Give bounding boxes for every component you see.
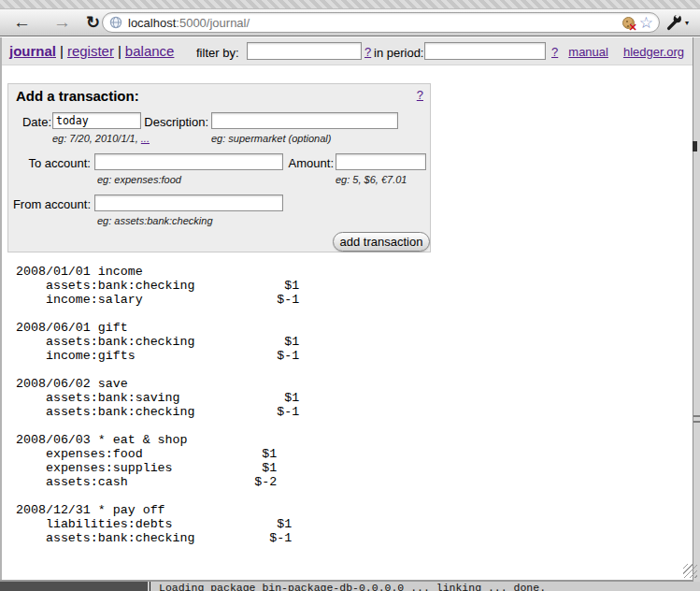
amount-label: Amount: <box>259 156 334 170</box>
amount-input[interactable] <box>336 153 426 170</box>
hledger-org-link[interactable]: hledger.org <box>623 45 684 59</box>
hledger-navbar: journal|register|balance filter by: ? in… <box>2 37 693 65</box>
external-links: manualhledger.org <box>553 45 684 59</box>
resize-grip[interactable] <box>683 564 697 578</box>
view-links: journal|register|balance <box>9 43 174 59</box>
to-account-hint: eg: expenses:food <box>97 174 181 185</box>
bookmark-star-icon[interactable]: ☆ <box>639 15 653 31</box>
date-hint-more-link[interactable]: ... <box>141 133 150 144</box>
globe-icon <box>109 16 122 29</box>
panel-title: Add a transaction: <box>16 88 139 104</box>
background-window-fragment <box>693 415 700 417</box>
background-terminal-text: Loading package bin-package-db-0.0.0.0 .… <box>159 582 546 591</box>
wrench-icon <box>664 13 683 32</box>
back-button[interactable]: ← <box>13 9 31 36</box>
from-account-input[interactable] <box>94 195 283 211</box>
background-window-fragment <box>693 141 697 151</box>
url-host: localhost <box>128 16 176 30</box>
url-path: :5000/journal/ <box>176 16 250 30</box>
in-period-label: in period: <box>374 46 423 60</box>
add-transaction-button[interactable]: add transaction <box>333 232 430 252</box>
date-label: Date: <box>16 115 51 129</box>
date-input[interactable] <box>52 112 141 129</box>
to-account-input[interactable] <box>94 153 283 170</box>
filter-by-label: filter by: <box>196 46 239 60</box>
browser-toolbar: ← → ↻ localhost:5000/journal/ ✕ ☆ ▾ <box>0 9 700 36</box>
menu-caret-icon: ▾ <box>685 19 689 27</box>
manual-link[interactable]: manual <box>568 45 608 59</box>
nav-separator: | <box>56 43 67 59</box>
address-bar[interactable]: localhost:5000/journal/ ✕ ☆ <box>102 12 660 33</box>
panel-help-link[interactable]: ? <box>417 88 423 102</box>
browser-menu-button[interactable]: ▾ <box>664 11 689 34</box>
nav-link-balance[interactable]: balance <box>125 43 175 59</box>
description-label: Description: <box>130 115 208 129</box>
window-border-right <box>693 37 700 582</box>
period-input[interactable] <box>424 42 546 60</box>
date-hint-text: eg: 7/20, 2010/1/1, <box>52 133 141 144</box>
url-text[interactable]: localhost:5000/journal/ <box>128 16 622 30</box>
background-terminal-border <box>150 582 150 591</box>
nav-link-journal[interactable]: journal <box>9 43 56 59</box>
journal-text: 2008/01/01 income assets:bank:checking $… <box>16 265 299 545</box>
description-hint: eg: supermarket (optional) <box>211 133 331 144</box>
amount-hint: eg: 5, $6, €7.01 <box>336 174 407 185</box>
forward-button[interactable]: → <box>53 9 71 36</box>
date-hint: eg: 7/20, 2010/1/1, ... <box>52 133 150 144</box>
cookie-blocked-x-mark: ✕ <box>629 22 637 33</box>
nav-separator: | <box>114 43 125 59</box>
background-window-fragment <box>693 421 700 423</box>
nav-link-register[interactable]: register <box>67 43 114 59</box>
to-account-label: To account: <box>8 156 91 170</box>
background-terminal-window: Loading package bin-package-db-0.0.0.0 .… <box>0 582 700 591</box>
add-transaction-panel: Add a transaction: ? Date: Description: … <box>7 83 431 252</box>
cookie-crumb <box>626 21 628 22</box>
window-border-left <box>0 37 2 581</box>
reload-button[interactable]: ↻ <box>86 9 100 36</box>
filter-input[interactable] <box>247 42 362 60</box>
from-account-hint: eg: assets:bank:checking <box>97 215 213 226</box>
description-input[interactable] <box>211 112 398 129</box>
browser-tab-strip <box>0 0 700 9</box>
background-terminal-dark-area <box>0 582 148 591</box>
from-account-label: From account: <box>8 197 91 211</box>
cookie-blocked-icon[interactable]: ✕ <box>622 17 635 29</box>
filter-help-link[interactable]: ? <box>364 45 371 59</box>
